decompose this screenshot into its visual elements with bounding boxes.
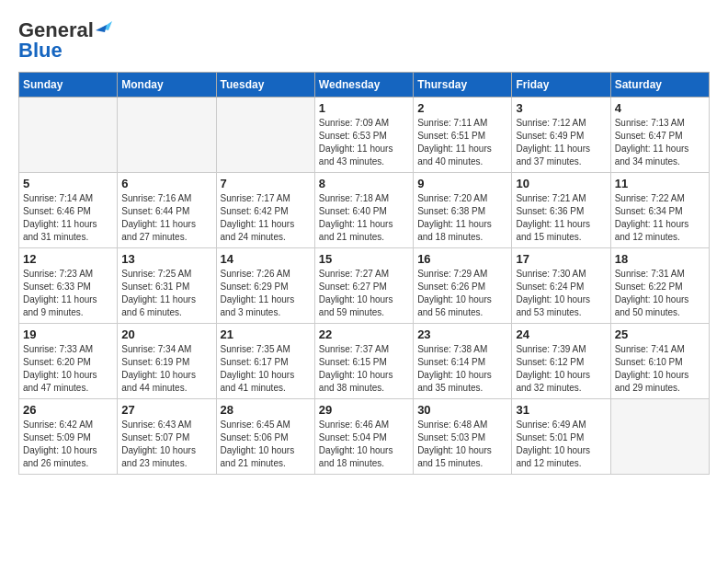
calendar-cell: 2Sunrise: 7:11 AM Sunset: 6:51 PM Daylig…: [414, 98, 512, 173]
calendar-cell: 4Sunrise: 7:13 AM Sunset: 6:47 PM Daylig…: [610, 98, 709, 173]
calendar-cell: 12Sunrise: 7:23 AM Sunset: 6:33 PM Dayli…: [19, 248, 118, 324]
calendar-cell: 23Sunrise: 7:38 AM Sunset: 6:14 PM Dayli…: [414, 324, 512, 399]
day-number: 2: [417, 101, 507, 115]
day-info: Sunrise: 6:46 AM Sunset: 5:04 PM Dayligh…: [319, 419, 409, 470]
day-info: Sunrise: 7:37 AM Sunset: 6:15 PM Dayligh…: [319, 343, 409, 395]
day-info: Sunrise: 6:43 AM Sunset: 5:07 PM Dayligh…: [121, 419, 211, 470]
calendar-cell: 26Sunrise: 6:42 AM Sunset: 5:09 PM Dayli…: [19, 399, 118, 475]
day-info: Sunrise: 7:16 AM Sunset: 6:44 PM Dayligh…: [121, 192, 211, 244]
calendar-cell: 19Sunrise: 7:33 AM Sunset: 6:20 PM Dayli…: [19, 324, 118, 399]
day-of-week-header: Wednesday: [314, 73, 413, 98]
day-info: Sunrise: 7:18 AM Sunset: 6:40 PM Dayligh…: [319, 192, 409, 244]
day-number: 28: [221, 403, 311, 417]
calendar-cell: [118, 98, 216, 173]
calendar-cell: 24Sunrise: 7:39 AM Sunset: 6:12 PM Dayli…: [512, 324, 610, 399]
day-of-week-header: Monday: [118, 73, 216, 98]
day-number: 22: [319, 327, 409, 341]
day-info: Sunrise: 6:42 AM Sunset: 5:09 PM Dayligh…: [23, 419, 113, 470]
day-info: Sunrise: 7:20 AM Sunset: 6:38 PM Dayligh…: [417, 192, 507, 244]
day-of-week-header: Sunday: [19, 73, 118, 98]
day-info: Sunrise: 7:29 AM Sunset: 6:26 PM Dayligh…: [417, 268, 507, 319]
day-of-week-header: Thursday: [414, 73, 512, 98]
calendar-cell: 27Sunrise: 6:43 AM Sunset: 5:07 PM Dayli…: [118, 399, 216, 475]
day-number: 3: [516, 101, 606, 115]
calendar-cell: 21Sunrise: 7:35 AM Sunset: 6:17 PM Dayli…: [216, 324, 314, 399]
day-info: Sunrise: 7:41 AM Sunset: 6:10 PM Dayligh…: [615, 343, 705, 395]
calendar-cell: 5Sunrise: 7:14 AM Sunset: 6:46 PM Daylig…: [19, 173, 118, 248]
day-of-week-header: Friday: [512, 73, 610, 98]
day-info: Sunrise: 7:13 AM Sunset: 6:47 PM Dayligh…: [615, 117, 705, 168]
svg-marker-1: [96, 25, 107, 32]
day-info: Sunrise: 7:21 AM Sunset: 6:36 PM Dayligh…: [516, 192, 606, 244]
calendar-cell: 14Sunrise: 7:26 AM Sunset: 6:29 PM Dayli…: [216, 248, 314, 324]
calendar-week-row: 1Sunrise: 7:09 AM Sunset: 6:53 PM Daylig…: [19, 98, 710, 173]
day-info: Sunrise: 7:11 AM Sunset: 6:51 PM Dayligh…: [417, 117, 507, 168]
day-number: 26: [23, 403, 113, 417]
day-number: 27: [121, 403, 211, 417]
day-info: Sunrise: 7:35 AM Sunset: 6:17 PM Dayligh…: [221, 343, 311, 395]
calendar-cell: 18Sunrise: 7:31 AM Sunset: 6:22 PM Dayli…: [610, 248, 709, 324]
day-info: Sunrise: 7:14 AM Sunset: 6:46 PM Dayligh…: [23, 192, 113, 244]
calendar-week-row: 26Sunrise: 6:42 AM Sunset: 5:09 PM Dayli…: [19, 399, 710, 475]
day-info: Sunrise: 7:38 AM Sunset: 6:14 PM Dayligh…: [417, 343, 507, 395]
day-number: 11: [615, 177, 705, 190]
page-header: General Blue: [18, 18, 710, 63]
calendar-cell: 1Sunrise: 7:09 AM Sunset: 6:53 PM Daylig…: [314, 98, 413, 173]
day-number: 9: [417, 177, 507, 190]
day-info: Sunrise: 7:31 AM Sunset: 6:22 PM Dayligh…: [615, 268, 705, 319]
day-number: 21: [221, 327, 311, 341]
calendar-cell: 10Sunrise: 7:21 AM Sunset: 6:36 PM Dayli…: [512, 173, 610, 248]
calendar-cell: 15Sunrise: 7:27 AM Sunset: 6:27 PM Dayli…: [314, 248, 413, 324]
calendar-cell: 3Sunrise: 7:12 AM Sunset: 6:49 PM Daylig…: [512, 98, 610, 173]
day-number: 5: [23, 177, 113, 190]
day-info: Sunrise: 7:09 AM Sunset: 6:53 PM Dayligh…: [319, 117, 409, 168]
calendar-cell: 9Sunrise: 7:20 AM Sunset: 6:38 PM Daylig…: [414, 173, 512, 248]
day-number: 17: [516, 252, 606, 266]
logo-bird-icon: [96, 19, 112, 36]
day-number: 8: [319, 177, 409, 190]
day-number: 1: [319, 101, 409, 115]
day-info: Sunrise: 7:17 AM Sunset: 6:42 PM Dayligh…: [221, 192, 311, 244]
calendar-cell: 11Sunrise: 7:22 AM Sunset: 6:34 PM Dayli…: [610, 173, 709, 248]
calendar-cell: [19, 98, 118, 173]
logo: General Blue: [18, 18, 112, 63]
day-info: Sunrise: 7:30 AM Sunset: 6:24 PM Dayligh…: [516, 268, 606, 319]
calendar-cell: 22Sunrise: 7:37 AM Sunset: 6:15 PM Dayli…: [314, 324, 413, 399]
day-info: Sunrise: 7:23 AM Sunset: 6:33 PM Dayligh…: [23, 268, 113, 319]
calendar-week-row: 19Sunrise: 7:33 AM Sunset: 6:20 PM Dayli…: [19, 324, 710, 399]
day-info: Sunrise: 7:27 AM Sunset: 6:27 PM Dayligh…: [319, 268, 409, 319]
day-number: 7: [221, 177, 311, 190]
day-number: 15: [319, 252, 409, 266]
calendar-cell: 25Sunrise: 7:41 AM Sunset: 6:10 PM Dayli…: [610, 324, 709, 399]
day-number: 18: [615, 252, 705, 266]
day-number: 23: [417, 327, 507, 341]
calendar-cell: [216, 98, 314, 173]
day-number: 10: [516, 177, 606, 190]
day-number: 24: [516, 327, 606, 341]
day-info: Sunrise: 7:39 AM Sunset: 6:12 PM Dayligh…: [516, 343, 606, 395]
calendar-cell: 13Sunrise: 7:25 AM Sunset: 6:31 PM Dayli…: [118, 248, 216, 324]
day-info: Sunrise: 7:33 AM Sunset: 6:20 PM Dayligh…: [23, 343, 113, 395]
day-number: 29: [319, 403, 409, 417]
day-number: 31: [516, 403, 606, 417]
day-info: Sunrise: 7:22 AM Sunset: 6:34 PM Dayligh…: [615, 192, 705, 244]
calendar-cell: 7Sunrise: 7:17 AM Sunset: 6:42 PM Daylig…: [216, 173, 314, 248]
calendar-table: SundayMondayTuesdayWednesdayThursdayFrid…: [18, 72, 710, 475]
calendar-cell: 6Sunrise: 7:16 AM Sunset: 6:44 PM Daylig…: [118, 173, 216, 248]
day-info: Sunrise: 6:49 AM Sunset: 5:01 PM Dayligh…: [516, 419, 606, 470]
day-number: 25: [615, 327, 705, 341]
day-info: Sunrise: 7:25 AM Sunset: 6:31 PM Dayligh…: [121, 268, 211, 319]
day-number: 6: [121, 177, 211, 190]
calendar-cell: 31Sunrise: 6:49 AM Sunset: 5:01 PM Dayli…: [512, 399, 610, 475]
day-number: 16: [417, 252, 507, 266]
calendar-cell: 17Sunrise: 7:30 AM Sunset: 6:24 PM Dayli…: [512, 248, 610, 324]
day-of-week-header: Tuesday: [216, 73, 314, 98]
calendar-week-row: 12Sunrise: 7:23 AM Sunset: 6:33 PM Dayli…: [19, 248, 710, 324]
calendar-cell: [610, 399, 709, 475]
calendar-cell: 16Sunrise: 7:29 AM Sunset: 6:26 PM Dayli…: [414, 248, 512, 324]
day-number: 19: [23, 327, 113, 341]
calendar-cell: 30Sunrise: 6:48 AM Sunset: 5:03 PM Dayli…: [414, 399, 512, 475]
day-info: Sunrise: 7:26 AM Sunset: 6:29 PM Dayligh…: [221, 268, 311, 319]
day-info: Sunrise: 7:12 AM Sunset: 6:49 PM Dayligh…: [516, 117, 606, 168]
day-number: 12: [23, 252, 113, 266]
